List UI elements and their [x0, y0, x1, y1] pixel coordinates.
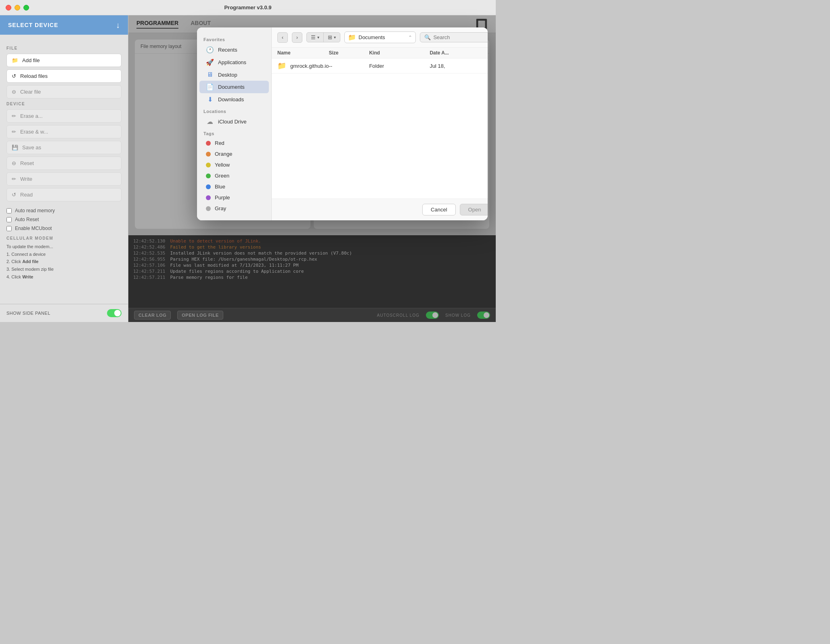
read-button[interactable]: ↺ Read [6, 188, 122, 201]
applications-label: Applications [218, 59, 246, 65]
device-section-label: DEVICE [6, 102, 122, 106]
reload-files-button[interactable]: ↺ Reload files [6, 69, 122, 83]
gray-tag-label: Gray [215, 205, 226, 211]
cancel-button[interactable]: Cancel [422, 204, 455, 215]
locations-label: Locations [197, 106, 271, 115]
clear-file-label: Clear file [20, 89, 41, 95]
tags-label: Tags [197, 128, 271, 138]
file-date: Jul 18, [430, 63, 488, 69]
forward-button[interactable]: › [292, 32, 302, 43]
erase-button[interactable]: ✏ Erase a... [6, 109, 122, 123]
window-title: Programmer v3.0.9 [224, 4, 271, 10]
file-size: -- [329, 63, 369, 69]
view-toggle: ☰ ▾ ⊞ ▾ [306, 32, 340, 42]
sidebar-item-desktop[interactable]: 🖥 Desktop [199, 69, 269, 81]
dialog-body: Favorites 🕐 Recents 🚀 Applications 🖥 Des… [197, 27, 488, 220]
empty-space [272, 73, 488, 194]
read-label: Read [20, 192, 33, 198]
recents-label: Recents [218, 47, 237, 53]
sidebar-item-green[interactable]: Green [199, 170, 269, 181]
erase-write-label: Erase & w... [20, 129, 48, 135]
list-view-button[interactable]: ☰ ▾ [307, 33, 323, 42]
location-bar: 📁 Documents ⌃ [344, 31, 416, 43]
reset-button[interactable]: ⊖ Reset [6, 157, 122, 170]
col-size: Size [329, 50, 369, 56]
add-file-button[interactable]: 📁 Add file [6, 54, 122, 67]
show-side-panel-toggle[interactable] [107, 309, 122, 317]
reset-label: Reset [20, 160, 34, 166]
sidebar-item-blue[interactable]: Blue [199, 181, 269, 192]
minimize-button[interactable] [15, 5, 20, 10]
icloud-label: iCloud Drive [218, 119, 247, 125]
cellular-section-label: CELLULAR MODEM [6, 236, 122, 240]
erase-label: Erase a... [20, 113, 43, 119]
main-area: PROGRAMMER ABOUT 🔲 File memory layout ⊞ … [128, 15, 496, 322]
clear-file-button[interactable]: ⊖ Clear file [6, 85, 122, 98]
write-button[interactable]: ✏ Write [6, 172, 122, 186]
write-label: Write [20, 176, 32, 182]
sidebar-item-yellow[interactable]: Yellow [199, 159, 269, 170]
applications-icon: 🚀 [206, 59, 214, 66]
file-kind: Folder [369, 63, 430, 69]
write-icon: ✏ [12, 176, 16, 182]
sidebar-item-recents[interactable]: 🕐 Recents [199, 44, 269, 56]
sidebar-item-gray[interactable]: Gray [199, 203, 269, 214]
sidebar-header: SELECT DEVICE ↓ [0, 15, 128, 35]
save-as-button[interactable]: 💾 Save as [6, 141, 122, 154]
read-icon: ↺ [12, 192, 16, 198]
auto-read-checkbox[interactable] [6, 208, 12, 213]
search-icon: 🔍 [424, 34, 431, 40]
maximize-button[interactable] [23, 5, 29, 10]
sidebar-item-downloads[interactable]: ⬇ Downloads [199, 93, 269, 106]
search-bar: 🔍 [420, 32, 488, 42]
auto-reset-checkbox[interactable] [6, 217, 12, 222]
bottom-bar: SHOW SIDE PANEL [0, 304, 128, 322]
sidebar-item-purple[interactable]: Purple [199, 192, 269, 203]
orange-tag-label: Orange [215, 151, 232, 157]
search-input[interactable] [433, 34, 486, 40]
purple-tag-label: Purple [215, 194, 230, 201]
grid-view-button[interactable]: ⊞ ▾ [323, 33, 340, 42]
sidebar-content: FILE 📁 Add file ↺ Reload files ⊖ Clear f… [0, 35, 128, 304]
file-section-label: FILE [6, 46, 122, 50]
sidebar-item-orange[interactable]: Orange [199, 148, 269, 159]
file-dialog: Favorites 🕐 Recents 🚀 Applications 🖥 Des… [197, 27, 488, 220]
enable-mcuboot-row: Enable MCUboot [6, 224, 122, 233]
list-icon: ☰ [311, 34, 316, 40]
orange-tag-dot [206, 152, 211, 157]
auto-reset-row: Auto Reset [6, 215, 122, 224]
yellow-tag-dot [206, 163, 211, 167]
col-name: Name [277, 50, 329, 56]
open-button[interactable]: Open [460, 204, 488, 215]
file-list-header: Name Size Kind Date A... [272, 48, 488, 59]
purple-tag-dot [206, 195, 211, 200]
title-bar: Programmer v3.0.9 [0, 0, 496, 15]
chevron-down-icon: ▾ [317, 35, 319, 40]
folder-icon: 📁 [277, 61, 286, 70]
col-kind: Kind [369, 50, 430, 56]
enable-mcuboot-checkbox[interactable] [6, 226, 12, 231]
save-as-label: Save as [22, 144, 41, 151]
dialog-main: ‹ › ☰ ▾ ⊞ ▾ [272, 27, 488, 220]
red-tag-label: Red [215, 140, 224, 146]
sidebar-item-applications[interactable]: 🚀 Applications [199, 56, 269, 69]
blue-tag-label: Blue [215, 184, 225, 190]
close-button[interactable] [6, 5, 11, 10]
enable-mcuboot-label: Enable MCUboot [15, 226, 52, 231]
file-name-cell: 📁 gmrock.github.io [277, 61, 329, 70]
col-date: Date A... [430, 50, 488, 56]
sidebar-title: SELECT DEVICE [8, 22, 58, 28]
traffic-lights [6, 5, 29, 10]
sidebar-item-red[interactable]: Red [199, 138, 269, 148]
erase-write-button[interactable]: ✏ Erase & w... [6, 125, 122, 138]
blue-tag-dot [206, 184, 211, 189]
sidebar-item-icloud[interactable]: ☁ iCloud Drive [199, 115, 269, 128]
gray-tag-dot [206, 206, 211, 211]
clear-icon: ⊖ [12, 89, 16, 95]
auto-read-label: Auto read memory [15, 208, 55, 213]
table-row[interactable]: 📁 gmrock.github.io -- Folder Jul 18, [272, 59, 488, 73]
dialog-toolbar: ‹ › ☰ ▾ ⊞ ▾ [272, 27, 488, 48]
back-button[interactable]: ‹ [277, 32, 288, 43]
sidebar-item-documents[interactable]: 📄 Documents [199, 81, 269, 93]
grid-icon: ⊞ [328, 34, 332, 40]
